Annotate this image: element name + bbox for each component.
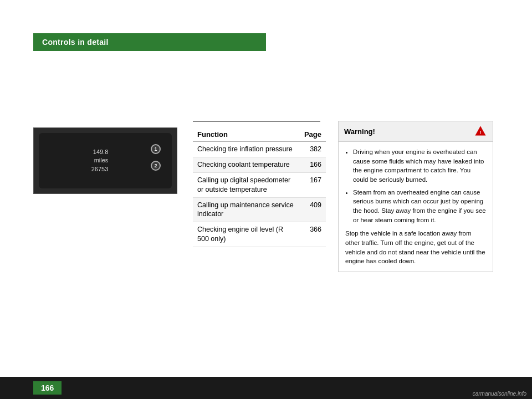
table-row: Checking engine oil level (R 500 only)36… <box>193 222 326 247</box>
function-cell: Checking tire inflation pressure <box>193 142 300 157</box>
warning-bullet: Driving when your engine is overheated c… <box>353 147 486 185</box>
page-cell: 166 <box>300 157 326 172</box>
warning-icon: ! <box>474 125 487 138</box>
warning-header: Warning! ! <box>339 121 493 142</box>
function-cell: Calling up digital speedometer or outsid… <box>193 172 300 197</box>
svg-text:!: ! <box>480 130 482 135</box>
odometer-value: 26753 <box>91 165 109 173</box>
page-cell: 366 <box>300 222 326 247</box>
function-cell: Calling up maintenance service indicator <box>193 197 300 222</box>
badge-1: 1 <box>151 144 161 154</box>
table-row: Calling up maintenance service indicator… <box>193 197 326 222</box>
warning-bullet: Steam from an overheated engine can caus… <box>353 188 486 225</box>
warning-box: Warning! ! Driving when your engine is o… <box>338 121 493 272</box>
bottom-bar: 166 <box>0 377 532 399</box>
col-header-function: Function <box>193 127 300 142</box>
warning-body: Driving when your engine is overheated c… <box>339 142 493 272</box>
display-cluster: 149.8 miles 26753 <box>91 148 109 173</box>
page-cell: 409 <box>300 197 326 222</box>
instrument-cluster: 149.8 miles 26753 1 2 <box>39 133 172 188</box>
warning-title: Warning! <box>344 127 375 136</box>
function-cell: Checking engine oil level (R 500 only) <box>193 222 300 247</box>
function-cell: Checking coolant temperature <box>193 157 300 172</box>
header-bar: Controls in detail <box>33 33 266 51</box>
table-rule <box>193 121 320 122</box>
function-table: Function Page Checking tire inflation pr… <box>193 127 326 247</box>
mileage-unit: miles <box>94 156 109 165</box>
badge-2: 2 <box>151 161 161 171</box>
watermark: carmanualsonline.info <box>473 391 526 397</box>
page-cell: 167 <box>300 172 326 197</box>
mileage-value: 149.8 <box>93 148 109 156</box>
instrument-image: 149.8 miles 26753 1 2 <box>33 127 177 194</box>
table-row: Checking coolant temperature166 <box>193 157 326 172</box>
col-header-page: Page <box>300 127 326 142</box>
page-number: 166 <box>33 381 62 395</box>
table-row: Checking tire inflation pressure382 <box>193 142 326 157</box>
warning-footer: Stop the vehicle in a safe location away… <box>345 229 486 266</box>
page-title: Controls in detail <box>42 38 109 47</box>
table-row: Calling up digital speedometer or outsid… <box>193 172 326 197</box>
page-cell: 382 <box>300 142 326 157</box>
